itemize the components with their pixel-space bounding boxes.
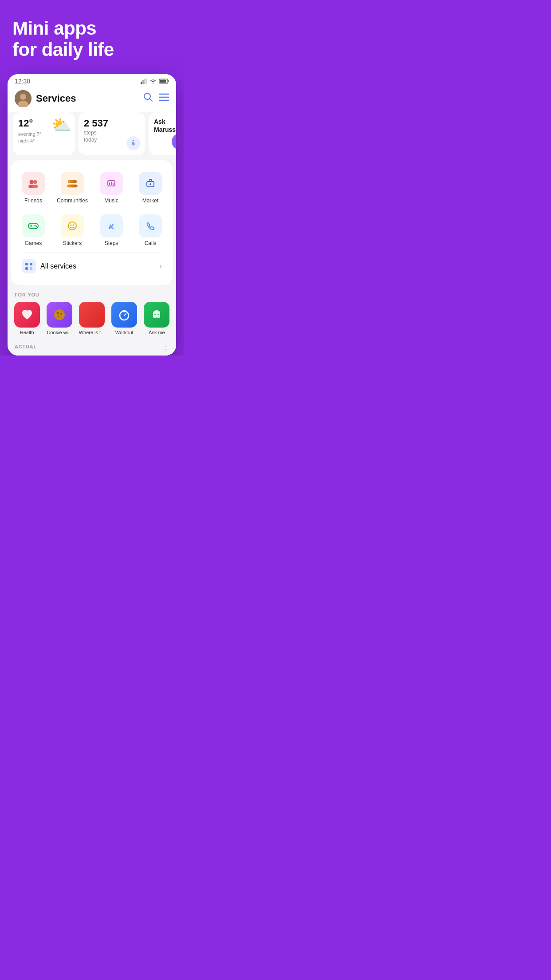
service-label-steps: Steps (105, 240, 118, 246)
svg-rect-43 (30, 267, 32, 270)
svg-point-44 (54, 309, 65, 320)
svg-text:🌮: 🌮 (87, 309, 99, 322)
app-item-health[interactable]: Health (13, 302, 41, 335)
svg-point-45 (56, 312, 59, 314)
status-bar: 12:30 (8, 74, 176, 87)
svg-rect-6 (160, 79, 166, 83)
svg-rect-1 (142, 80, 144, 84)
svg-point-16 (30, 180, 34, 184)
hero-title: Mini appsfor daily life (12, 18, 171, 61)
askme-app-icon (144, 302, 169, 328)
svg-point-54 (157, 313, 159, 315)
svg-point-9 (20, 94, 26, 100)
all-services-row[interactable]: All services › (15, 255, 169, 278)
service-item-stickers[interactable]: Stickers (54, 210, 91, 251)
actual-more-icon[interactable]: ⋮ (162, 344, 171, 354)
svg-rect-28 (111, 182, 112, 185)
friends-icon (22, 172, 45, 195)
svg-point-22 (73, 180, 77, 183)
svg-rect-29 (113, 183, 114, 185)
steps-widget[interactable]: 2 537 steps today (79, 112, 145, 155)
app-item-workout[interactable]: Workout (110, 302, 138, 335)
weather-widget[interactable]: 12° evening 7° night 4° ⛅ (13, 112, 75, 155)
steps-count: 2 537 (84, 118, 140, 129)
ask-logo (172, 134, 176, 150)
status-time: 12:30 (15, 78, 30, 85)
stickers-icon (61, 214, 84, 237)
music-icon (100, 172, 123, 195)
service-item-friends[interactable]: Friends (15, 167, 52, 208)
service-label-communities: Communities (57, 198, 88, 204)
divider (20, 253, 164, 253)
service-label-stickers: Stickers (63, 240, 82, 246)
svg-point-36 (36, 225, 37, 227)
service-item-communities[interactable]: Communities (54, 167, 91, 208)
actual-label: ACTUAL (13, 344, 37, 349)
chevron-right-icon: › (159, 261, 162, 271)
svg-point-47 (58, 316, 59, 317)
service-item-calls[interactable]: Calls (132, 210, 169, 251)
svg-rect-42 (25, 267, 28, 270)
service-label-games: Games (25, 240, 42, 246)
app-item-where[interactable]: 🌮 Where is t... (78, 302, 106, 335)
avatar[interactable] (15, 90, 31, 107)
service-label-calls: Calls (145, 240, 157, 246)
header-title: Services (36, 93, 139, 104)
service-label-music: Music (104, 198, 118, 204)
svg-point-39 (73, 224, 75, 225)
actual-section: ACTUAL ⋮ (8, 340, 176, 356)
all-services-label: All services (40, 262, 159, 270)
services-grid-section: Friends Communities (11, 160, 173, 285)
for-you-label: FOR YOU (13, 292, 171, 297)
ask-widget[interactable]: AskMarussia (149, 112, 176, 155)
signal-icon (141, 78, 147, 84)
for-you-section: FOR YOU Health (8, 288, 176, 340)
service-label-market: Market (142, 198, 159, 204)
all-services-icon (22, 259, 36, 273)
workout-app-icon (111, 302, 137, 328)
app-label-health: Health (13, 330, 41, 335)
ask-label: AskMarussia (154, 118, 176, 134)
market-icon (139, 172, 162, 195)
svg-rect-7 (168, 80, 169, 82)
svg-rect-0 (141, 82, 142, 84)
service-item-games[interactable]: Games (15, 210, 52, 251)
header-actions (143, 92, 169, 104)
steps-icon (100, 214, 123, 237)
svg-point-35 (35, 225, 36, 226)
service-item-music[interactable]: Music (93, 167, 130, 208)
weather-icon: ⛅ (51, 116, 71, 134)
svg-rect-2 (144, 79, 146, 84)
battery-icon (159, 79, 169, 84)
app-item-askme[interactable]: Ask me (143, 302, 171, 335)
service-item-market[interactable]: Market (132, 167, 169, 208)
svg-point-46 (60, 313, 62, 315)
svg-rect-3 (146, 78, 147, 84)
for-you-apps: Health Cookie wi... 🌮 (13, 302, 171, 335)
svg-point-4 (153, 83, 153, 83)
svg-point-37 (68, 222, 76, 230)
app-header: Services (8, 87, 176, 112)
calls-icon (139, 214, 162, 237)
search-icon[interactable] (143, 92, 153, 104)
svg-point-31 (150, 183, 151, 185)
svg-rect-41 (30, 263, 32, 265)
app-label-cookie: Cookie wi... (45, 330, 73, 335)
app-label-askme: Ask me (143, 330, 171, 335)
svg-line-12 (150, 99, 153, 102)
svg-rect-40 (25, 263, 28, 265)
service-item-steps[interactable]: Steps (93, 210, 130, 251)
svg-point-53 (154, 313, 156, 315)
svg-point-25 (72, 184, 78, 187)
steps-widget-icon (126, 136, 141, 150)
where-app-icon: 🌮 (79, 302, 105, 328)
app-item-cookie[interactable]: Cookie wi... (45, 302, 73, 335)
avatar-image (15, 90, 31, 107)
app-label-where: Where is t... (78, 330, 106, 335)
app-label-workout: Workout (110, 330, 138, 335)
widgets-row: 12° evening 7° night 4° ⛅ 2 537 steps to… (8, 112, 176, 160)
health-app-icon (14, 302, 40, 328)
wifi-icon (150, 79, 157, 84)
menu-icon[interactable] (159, 93, 169, 103)
cookie-app-icon (47, 302, 72, 328)
